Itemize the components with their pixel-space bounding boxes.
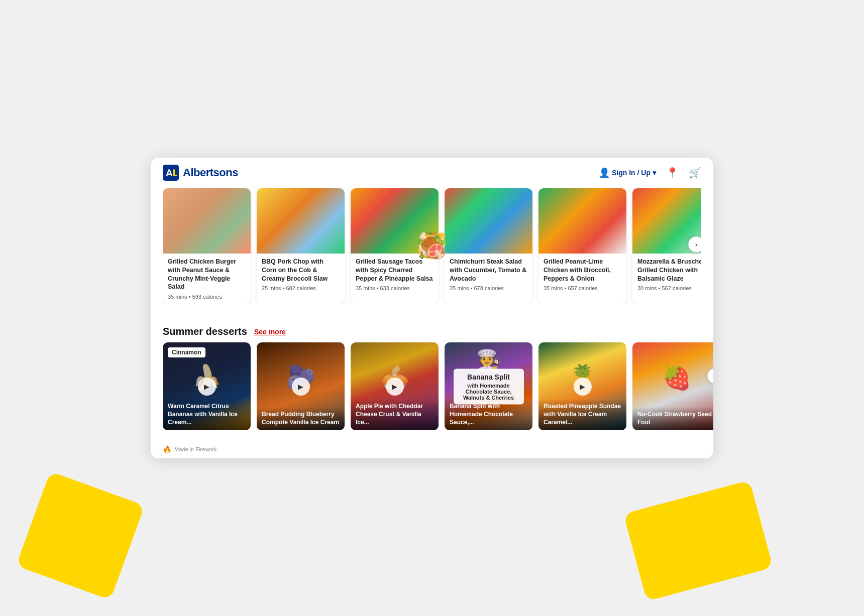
play-button-3[interactable]: ▶ [386,378,404,396]
banana-split-subtitle: with Homemade Chocolate Sauce, Walnuts &… [463,382,514,400]
firework-icon: 🔥 [163,445,171,453]
header: Albertsons 👤 Sign In / Up ▾ 📍 🛒 [151,158,713,188]
dessert-card-2[interactable]: 🫐 ▶ Bread Pudding Blueberry Compote Vani… [257,342,345,430]
sign-in-label: Sign In / Up [612,169,651,177]
recipe-title-5: Grilled Peanut-Lime Chicken with Broccol… [544,258,621,283]
recipe-meta-4: 25 mins • 678 calories [450,285,527,291]
recipe-card-2[interactable]: 🌽 BBQ Pork Chop with Corn on the Cob & C… [257,188,345,304]
chevron-down-icon: ▾ [653,169,656,177]
desserts-carousel: 🍌 Cinnamon ▶ Warm Caramel Citrus Bananas… [151,342,713,442]
recipes-section: 🍔 Grilled Chicken Burger with Peanut Sau… [151,188,713,320]
cart-icon[interactable]: 🛒 [689,167,701,179]
recipe-meta-2: 25 mins • 682 calories [262,285,340,291]
recipe-card-1[interactable]: 🍔 Grilled Chicken Burger with Peanut Sau… [163,188,251,304]
header-right: 👤 Sign In / Up ▾ 📍 🛒 [599,167,701,179]
dessert-tag-1: Cinnamon [168,347,205,357]
logo-text: Albertsons [183,166,238,179]
recipe-meta-1: 35 mins • 593 calories [168,294,246,300]
recipe-meta-3: 35 mins • 633 calories [356,285,434,291]
recipe-title-6: Mozzarella & Bruschetta Grilled Chicken … [637,258,701,283]
recipe-card-5[interactable]: 🍗 Grilled Peanut-Lime Chicken with Brocc… [538,188,626,304]
recipe-title-4: Chimichurri Steak Salad with Cucumber, T… [450,258,527,283]
albertsons-logo-icon [163,165,179,181]
recipe-title-2: BBQ Pork Chop with Corn on the Cob & Cre… [262,258,340,283]
dessert-title-3: Apple Pie with Cheddar Cheese Crust & Va… [356,403,434,426]
see-more-link[interactable]: See more [254,328,286,336]
play-button-2[interactable]: ▶ [292,378,310,396]
desserts-section-header: Summer desserts See more [151,320,713,342]
banana-split-main-title: Banana Split [459,373,519,381]
location-icon[interactable]: 📍 [666,167,679,179]
dessert-title-2: Bread Pudding Blueberry Compote Vanilla … [262,411,340,426]
recipe-meta-6: 30 mins • 562 calories [637,285,701,291]
dessert-card-4[interactable]: 🧑‍🍳 Banana Split with Homemade Chocolate… [445,342,532,430]
recipe-meta-5: 35 mins • 657 calories [544,285,621,291]
sign-in-button[interactable]: 👤 Sign In / Up ▾ [599,167,656,178]
desserts-title: Summer desserts [163,326,247,337]
dessert-title-1: Warm Caramel Citrus Bananas with Vanilla… [168,403,246,426]
dessert-card-3[interactable]: 🥧 ▶ Apple Pie with Cheddar Cheese Crust … [351,342,439,430]
play-button-1[interactable]: ▶ [198,378,216,396]
user-icon: 👤 [599,167,610,178]
logo: Albertsons [163,165,238,181]
dessert-card-5[interactable]: 🍍 ▶ Roasted Pineapple Sundae with Vanill… [538,342,626,430]
footer-text: Made in Firework [174,446,217,452]
recipe-card-4[interactable]: 🥗 Chimichurri Steak Salad with Cucumber,… [445,188,532,304]
dessert-card-1[interactable]: 🍌 Cinnamon ▶ Warm Caramel Citrus Bananas… [163,342,251,430]
dessert-card-6[interactable]: 🍓 No-Cook Strawberry Seed Fool › [632,342,713,430]
dessert-title-4: Banana Split with Homemade Chocolate Sau… [450,403,527,426]
recipe-title-1: Grilled Chicken Burger with Peanut Sauce… [168,258,246,292]
footer-note: 🔥 Made in Firework [151,442,713,458]
recipes-carousel: 🍔 Grilled Chicken Burger with Peanut Sau… [163,188,701,304]
dessert-title-5: Roasted Pineapple Sundae with Vanilla Ic… [544,403,621,426]
recipes-next-button[interactable]: › [688,236,701,253]
banana-split-popup: Banana Split with Homemade Chocolate Sau… [454,368,524,404]
dessert-food-icon-6: 🍓 [662,363,692,392]
dessert-title-6: No-Cook Strawberry Seed Fool [637,411,713,426]
recipe-title-3: Grilled Sausage Tacos with Spicy Charred… [356,258,434,283]
play-button-5[interactable]: ▶ [574,378,592,396]
